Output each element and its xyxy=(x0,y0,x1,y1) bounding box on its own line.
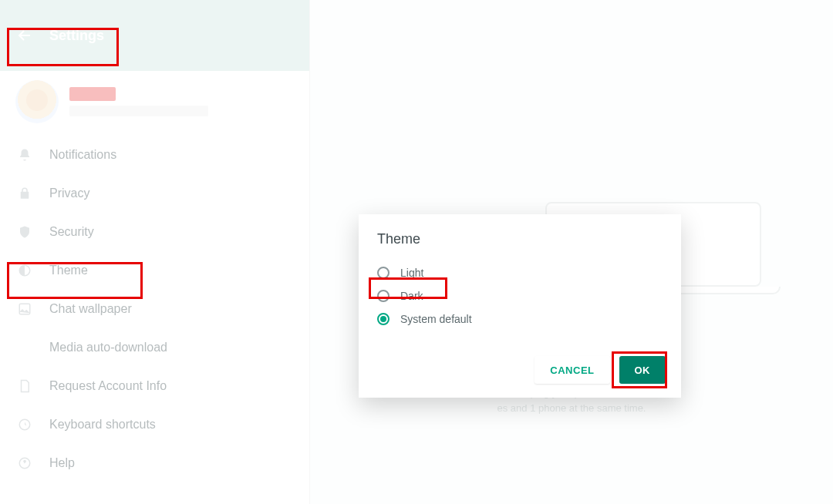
theme-option-light[interactable]: Light xyxy=(377,261,663,284)
radio-label: Dark xyxy=(400,290,423,302)
theme-option-system-default[interactable]: System default xyxy=(377,307,663,331)
dialog-actions: CANCEL OK xyxy=(535,356,666,384)
dialog-title: Theme xyxy=(377,231,663,247)
radio-label: System default xyxy=(400,313,472,325)
theme-option-dark[interactable]: Dark xyxy=(377,284,663,307)
radio-icon xyxy=(377,290,390,302)
radio-icon xyxy=(377,313,390,325)
theme-dialog: Theme Light Dark System default CANCEL O… xyxy=(359,214,681,398)
ok-button[interactable]: OK xyxy=(619,356,666,384)
radio-label: Light xyxy=(400,267,423,279)
cancel-button[interactable]: CANCEL xyxy=(535,356,609,384)
radio-icon xyxy=(377,267,390,279)
